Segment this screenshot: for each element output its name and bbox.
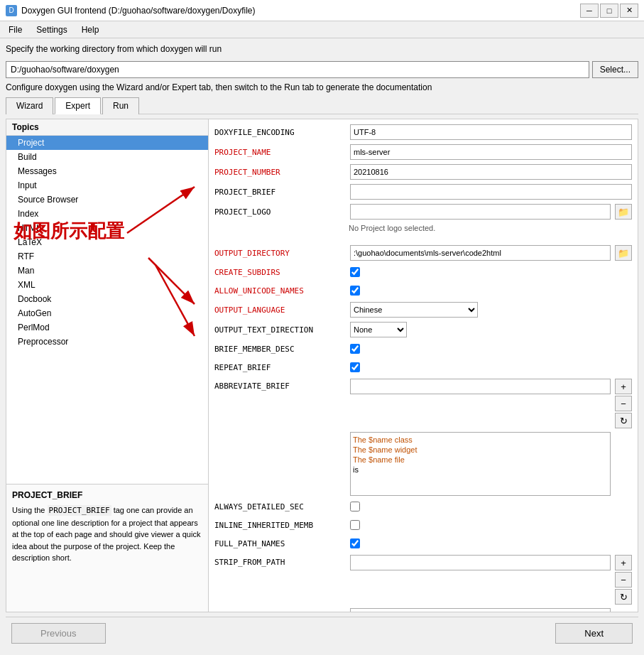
working-dir-input[interactable]: [6, 61, 589, 78]
checkbox-inline-inherited-memb[interactable]: [350, 520, 360, 530]
input-output-directory[interactable]: [350, 245, 611, 261]
sidebar-item-html[interactable]: HTML: [6, 221, 208, 235]
refresh-strip-button[interactable]: ↻: [615, 589, 632, 605]
browse-output-button[interactable]: 📁: [615, 245, 632, 261]
key-project-brief: PROJECT_BRIEF: [214, 188, 346, 197]
sidebar-help-content: Using the PROJECT_BRIEF tag one can prov…: [12, 504, 202, 564]
config-row-project-logo: PROJECT_LOGO 📁: [212, 202, 635, 222]
checkbox-always-detailed-sec[interactable]: [350, 502, 360, 511]
config-row-create-subdirs: CREATE_SUBDIRS: [212, 263, 635, 281]
key-abbreviate-brief: ABBREVIATE_BRIEF: [214, 379, 346, 391]
config-panel: DOXYFILE_ENCODING PROJECT_NAME PROJECT_N…: [209, 119, 638, 612]
sidebar-item-input[interactable]: Input: [6, 178, 208, 193]
strip-from-path-list[interactable]: [350, 608, 611, 612]
refresh-abbreviate-button[interactable]: ↻: [615, 413, 632, 428]
sidebar-item-build[interactable]: Build: [6, 150, 208, 164]
input-project-logo[interactable]: [350, 204, 611, 220]
previous-button[interactable]: Previous: [11, 623, 106, 644]
config-row-doxyfile-encoding: DOXYFILE_ENCODING: [212, 122, 635, 142]
browse-logo-button[interactable]: 📁: [615, 204, 632, 220]
minimize-button[interactable]: ─: [580, 4, 599, 18]
config-row-abbreviate-brief: ABBREVIATE_BRIEF + − ↻: [212, 377, 635, 431]
sidebar-help: PROJECT_BRIEF Using the PROJECT_BRIEF ta…: [6, 484, 208, 612]
remove-strip-button[interactable]: −: [615, 572, 632, 588]
sidebar-scroll: Topics Project Build Messages Input Sour…: [6, 119, 208, 484]
tab-run[interactable]: Run: [102, 97, 139, 114]
sidebar-item-man[interactable]: Man: [6, 264, 208, 278]
input-project-name[interactable]: [350, 144, 632, 160]
config-row-full-path-names: FULL_PATH_NAMES: [212, 534, 635, 553]
key-strip-from-path: STRIP_FROM_PATH: [214, 555, 346, 567]
sidebar-item-source-browser[interactable]: Source Browser: [6, 193, 208, 207]
sidebar: Topics Project Build Messages Input Sour…: [6, 119, 209, 612]
config-row-allow-unicode: ALLOW_UNICODE_NAMES: [212, 281, 635, 300]
sidebar-item-preprocessor[interactable]: Preprocessor: [6, 335, 208, 349]
working-dir-label: Specify the working directory from which…: [6, 44, 638, 54]
checkbox-allow-unicode-names[interactable]: [350, 286, 360, 296]
app-icon: D: [6, 5, 17, 16]
sidebar-item-latex[interactable]: LaTeX: [6, 235, 208, 249]
tab-expert[interactable]: Expert: [55, 97, 101, 114]
sidebar-item-perlmod[interactable]: PerlMod: [6, 320, 208, 335]
input-project-number[interactable]: [350, 164, 632, 180]
config-label: Configure doxygen using the Wizard and/o…: [6, 82, 638, 92]
tab-content: Topics Project Build Messages Input Sour…: [6, 119, 638, 612]
checkbox-create-subdirs[interactable]: [350, 267, 360, 277]
checkbox-brief-member-desc[interactable]: [350, 344, 360, 354]
select-dir-button[interactable]: Select...: [592, 61, 638, 78]
input-doxyfile-encoding[interactable]: [350, 124, 632, 140]
config-row-inline-inherited-memb: INLINE_INHERITED_MEMB: [212, 516, 635, 534]
logo-note: No Project logo selected.: [349, 222, 435, 232]
tab-wizard[interactable]: Wizard: [6, 97, 53, 114]
key-repeat-brief: REPEAT_BRIEF: [214, 363, 346, 372]
config-row-repeat-brief: REPEAT_BRIEF: [212, 358, 635, 377]
close-button[interactable]: ✕: [620, 4, 638, 18]
menu-settings[interactable]: Settings: [31, 23, 72, 36]
checkbox-repeat-brief[interactable]: [350, 362, 360, 372]
input-abbreviate-brief[interactable]: [350, 379, 611, 394]
maximize-button[interactable]: □: [600, 4, 618, 18]
select-output-language[interactable]: Chinese English French German Japanese: [350, 302, 478, 318]
sidebar-item-messages[interactable]: Messages: [6, 164, 208, 178]
tab-bar: Wizard Expert Run: [6, 97, 638, 114]
key-allow-unicode-names: ALLOW_UNICODE_NAMES: [214, 286, 346, 296]
key-output-language: OUTPUT_LANGUAGE: [214, 305, 346, 315]
sidebar-item-index[interactable]: Index: [6, 207, 208, 221]
next-button[interactable]: Next: [555, 623, 633, 644]
sidebar-item-xml[interactable]: XML: [6, 278, 208, 292]
remove-abbreviate-button[interactable]: −: [615, 396, 632, 411]
checkbox-full-path-names[interactable]: [350, 538, 360, 548]
config-row-output-dir: OUTPUT_DIRECTORY 📁: [212, 243, 635, 263]
key-project-logo: PROJECT_LOGO: [214, 207, 346, 217]
key-doxyfile-encoding: DOXYFILE_ENCODING: [214, 128, 346, 137]
key-always-detailed-sec: ALWAYS_DETAILED_SEC: [214, 502, 346, 511]
titlebar-controls: ─ □ ✕: [580, 4, 638, 18]
main-container: Specify the working directory from which…: [0, 38, 644, 655]
strip-from-path-buttons: + − ↻: [615, 555, 632, 605]
menu-help[interactable]: Help: [76, 23, 105, 36]
select-output-text-direction[interactable]: None LTR RTL: [350, 322, 407, 337]
sidebar-item-docbook[interactable]: Docbook: [6, 292, 208, 306]
list-item-2: The $name widget: [353, 445, 608, 455]
abbreviate-brief-list[interactable]: The $name class The $name widget The $na…: [350, 432, 611, 496]
sidebar-item-rtf[interactable]: RTF: [6, 249, 208, 264]
sidebar-topics-header: Topics: [6, 119, 208, 136]
input-project-brief[interactable]: [350, 184, 632, 200]
config-row-output-text-direction: OUTPUT_TEXT_DIRECTION None LTR RTL: [212, 320, 635, 340]
config-row-brief-member-desc: BRIEF_MEMBER_DESC: [212, 340, 635, 358]
sidebar-item-project[interactable]: Project: [6, 136, 208, 150]
strip-from-path-list-row: [212, 607, 635, 612]
menu-file[interactable]: File: [3, 23, 28, 36]
add-abbreviate-button[interactable]: +: [615, 379, 632, 394]
abbreviate-brief-list-row: The $name class The $name widget The $na…: [212, 431, 635, 497]
key-brief-member-desc: BRIEF_MEMBER_DESC: [214, 345, 346, 354]
input-strip-from-path[interactable]: [350, 555, 611, 570]
config-row-always-detailed-sec: ALWAYS_DETAILED_SEC: [212, 497, 635, 516]
config-row-strip-from-path: STRIP_FROM_PATH + − ↻: [212, 553, 635, 607]
key-output-text-direction: OUTPUT_TEXT_DIRECTION: [214, 325, 346, 335]
list-item-1: The $name class: [353, 435, 608, 445]
key-create-subdirs: CREATE_SUBDIRS: [214, 268, 346, 277]
config-row-output-language: OUTPUT_LANGUAGE Chinese English French G…: [212, 300, 635, 320]
add-strip-button[interactable]: +: [615, 555, 632, 570]
sidebar-item-autogen[interactable]: AutoGen: [6, 306, 208, 320]
